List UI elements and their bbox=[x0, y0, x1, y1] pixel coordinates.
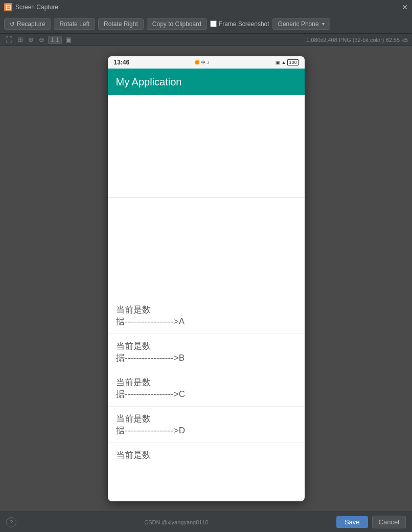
bottom-left: ? bbox=[6, 517, 16, 527]
phone-content-top bbox=[108, 95, 305, 197]
list-item-line2: 据----------------->C bbox=[116, 388, 296, 400]
wifi-icon: ▲ bbox=[282, 60, 286, 65]
bottom-bar: ? CSDN @xiyangyang8110 Save Cancel bbox=[0, 512, 412, 532]
title-bar-text: Screen Capture bbox=[15, 4, 58, 11]
list-item: 当前是数 据----------------->C bbox=[108, 370, 305, 407]
list-item-line2: 据----------------->D bbox=[116, 425, 296, 436]
grid-icon[interactable]: ⊞ bbox=[16, 35, 25, 44]
battery-icon: 100 bbox=[287, 59, 298, 65]
app-bar: My Application bbox=[108, 69, 305, 95]
chinese-icon: 中 bbox=[201, 59, 205, 66]
bottom-right: Save Cancel bbox=[336, 516, 406, 528]
list-item-line1-partial: 当前是数 bbox=[116, 449, 296, 461]
save-button[interactable]: Save bbox=[336, 516, 368, 528]
expand-icon[interactable]: ⛶ bbox=[4, 35, 14, 44]
list-item-partial: 当前是数 bbox=[108, 443, 305, 467]
phone-content-bottom bbox=[108, 198, 305, 298]
main-content: 13:46 中 ♪ ▣ ▲ 100 My Application 当前是数 据-… bbox=[0, 46, 412, 512]
phone-frame: 13:46 中 ♪ ▣ ▲ 100 My Application 当前是数 据-… bbox=[108, 56, 305, 501]
phone-status-icons: 中 ♪ bbox=[195, 59, 210, 66]
title-bar: Screen Capture ✕ bbox=[0, 0, 412, 14]
phone-status-bar: 13:46 中 ♪ ▣ ▲ 100 bbox=[108, 56, 305, 69]
zoom-level: 1:1 bbox=[48, 36, 62, 44]
image-info: 1,080x2,408 PNG (32-bit color) 82.55 kB bbox=[306, 37, 408, 43]
list-item-line1: 当前是数 bbox=[116, 340, 296, 352]
list-item-line2: 据----------------->A bbox=[116, 316, 296, 327]
zoom-out-icon[interactable]: ⊖ bbox=[37, 35, 46, 44]
fit-icon[interactable]: ▣ bbox=[64, 35, 73, 44]
tiktok-icon: ♪ bbox=[207, 60, 210, 65]
frame-screenshot-checkbox[interactable] bbox=[210, 20, 217, 27]
zoom-icons: ⛶ ⊞ ⊕ ⊖ 1:1 ▣ bbox=[4, 35, 73, 44]
phone-time: 13:46 bbox=[114, 59, 130, 66]
list-item-line1: 当前是数 bbox=[116, 304, 296, 316]
watermark-text: CSDN @xiyangyang8110 bbox=[144, 519, 209, 525]
list-item: 当前是数 据----------------->A bbox=[108, 298, 305, 334]
app-icon bbox=[4, 3, 12, 11]
recapture-button[interactable]: ↺ Recapture bbox=[4, 18, 51, 30]
list-section: 当前是数 据----------------->A 当前是数 据--------… bbox=[108, 298, 305, 467]
toolbar: ↺ Recapture Rotate Left Rotate Right Cop… bbox=[0, 14, 412, 34]
rotate-right-button[interactable]: Rotate Right bbox=[98, 18, 144, 30]
zoom-in-icon[interactable]: ⊕ bbox=[27, 35, 35, 44]
generic-phone-dropdown[interactable]: Generic Phone ▾ bbox=[272, 18, 330, 30]
chevron-down-icon: ▾ bbox=[322, 21, 325, 27]
rotate-left-button[interactable]: Rotate Left bbox=[54, 18, 95, 30]
cancel-button[interactable]: Cancel bbox=[372, 516, 406, 528]
close-button[interactable]: ✕ bbox=[402, 3, 408, 11]
phone-status-right: ▣ ▲ 100 bbox=[276, 59, 299, 65]
list-item: 当前是数 据----------------->B bbox=[108, 334, 305, 370]
copy-to-clipboard-button[interactable]: Copy to Clipboard bbox=[147, 18, 207, 30]
status-bar: ⛶ ⊞ ⊕ ⊖ 1:1 ▣ 1,080x2,408 PNG (32-bit co… bbox=[0, 34, 412, 46]
app-bar-title: My Application bbox=[116, 76, 182, 88]
list-item-line2: 据----------------->B bbox=[116, 352, 296, 364]
recapture-icon: ↺ bbox=[10, 20, 15, 28]
frame-screenshot-checkbox-label[interactable]: Frame Screenshot bbox=[210, 20, 269, 28]
list-item: 当前是数 据----------------->D bbox=[108, 407, 305, 443]
help-button[interactable]: ? bbox=[6, 517, 16, 527]
list-item-line1: 当前是数 bbox=[116, 413, 296, 425]
list-item-line1: 当前是数 bbox=[116, 376, 296, 388]
sim-icon: ▣ bbox=[276, 60, 280, 65]
notification-icon-1 bbox=[195, 60, 199, 64]
